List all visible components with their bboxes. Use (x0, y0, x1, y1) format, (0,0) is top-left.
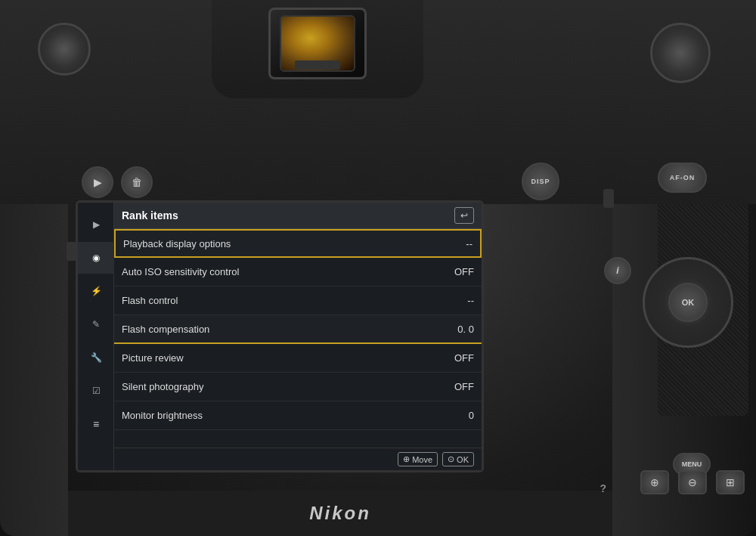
delete-button[interactable]: 🗑 (121, 166, 153, 198)
menu-item-auto-iso[interactable]: Auto ISO sensitivity control OFF (114, 258, 482, 287)
zoom-out-button[interactable]: ⊖ (678, 470, 707, 494)
af-on-button[interactable]: AF-ON (658, 163, 707, 193)
menu-items-list: Playback display options -- Auto ISO sen… (114, 229, 482, 448)
menu-item-label: Picture review (122, 352, 184, 364)
sidebar-icon-pencil: ✎ (78, 308, 114, 340)
menu-item-silent-photography[interactable]: Silent photography OFF (114, 373, 482, 401)
nav-wheel[interactable]: OK (643, 257, 733, 348)
right-command-dial[interactable] (650, 23, 711, 83)
menu-item-flash-control[interactable]: Flash control -- (114, 287, 482, 315)
sidebar-icon-video: ⚡ (78, 275, 114, 307)
menu-footer: ⊕ Move ⊙ OK (114, 448, 482, 470)
menu-item-label: Monitor brightness (122, 410, 203, 421)
menu-item-value: 0 (469, 410, 474, 421)
zoom-in-button[interactable]: ⊕ (640, 470, 669, 494)
menu-item-label: Playback display options (123, 238, 231, 249)
sidebar-icon-recent: ≡ (78, 408, 114, 440)
sidebar-icon-wrench: 🔧 (78, 342, 114, 373)
i-button-label: i (616, 265, 618, 276)
ok-circle-icon: ⊙ (448, 454, 454, 464)
menu-sidebar: ▶ ◉ ⚡ ✎ 🔧 ☑ ≡ (78, 203, 114, 470)
menu-item-value: OFF (454, 352, 474, 364)
lcd-screen-area: ▶ ◉ ⚡ ✎ 🔧 ☑ ≡ (76, 200, 484, 472)
menu-item-value: -- (467, 295, 474, 306)
menu-header: Rank items ↩ (114, 203, 482, 229)
menu-item-label: Auto ISO sensitivity control (122, 266, 239, 277)
menu-item-playback-display[interactable]: Playback display options -- (114, 229, 482, 258)
i-button[interactable]: i (604, 257, 631, 284)
viewfinder-hump (212, 0, 423, 98)
menu-item-picture-review[interactable]: Picture review OFF (114, 344, 482, 373)
back-icon: ↩ (460, 210, 468, 221)
move-icon: ⊕ (403, 454, 410, 464)
back-button[interactable]: ↩ (454, 207, 474, 224)
grid-button[interactable]: ⊞ (716, 470, 745, 494)
menu-item-value: OFF (454, 266, 474, 277)
menu-item-label: Silent photography (122, 381, 203, 392)
ok-hint: ⊙ OK (442, 452, 474, 466)
nav-outer-ring[interactable]: OK (643, 257, 733, 348)
menu-item-value: OFF (454, 381, 474, 392)
menu-button-label: MENU (682, 460, 702, 468)
ok-label: OK (457, 455, 469, 464)
help-indicator: ? (600, 482, 606, 494)
ok-button[interactable]: OK (668, 283, 708, 322)
ok-button-label: OK (682, 298, 695, 307)
disp-button[interactable]: DISP (522, 163, 559, 200)
menu-item-value: -- (466, 238, 472, 249)
sidebar-icon-playback: ▶ (78, 209, 114, 240)
camera-body: ▶ 🗑 DISP AF-ON ▶ ◉ ⚡ ✎ (0, 0, 756, 536)
move-hint: ⊕ Move (398, 452, 438, 466)
lcd-screen: ▶ ◉ ⚡ ✎ 🔧 ☑ ≡ (78, 203, 482, 470)
bottom-icon-buttons: ⊕ ⊖ ⊞ (640, 470, 745, 494)
menu-item-value: 0. 0 (457, 324, 474, 335)
menu-title: Rank items (122, 209, 178, 222)
left-mode-dial[interactable] (38, 23, 91, 76)
menu-content: Rank items ↩ Playback display options --… (114, 203, 482, 470)
af-on-label: AF-ON (670, 174, 696, 181)
playback-button[interactable]: ▶ (82, 166, 113, 198)
menu-item-label: Flash compensation (122, 324, 209, 335)
move-label: Move (412, 455, 432, 464)
menu-item-flash-compensation[interactable]: Flash compensation 0. 0 (114, 315, 482, 344)
question-mark-label: ? (600, 482, 606, 494)
menu-item-monitor-brightness[interactable]: Monitor brightness 0 (114, 401, 482, 430)
sidebar-icon-custom: ☑ (78, 375, 114, 407)
menu-item-label: Flash control (122, 295, 178, 306)
brand-logo: Nikon (309, 503, 371, 524)
disp-label: DISP (531, 178, 550, 185)
sidebar-icon-camera: ◉ (78, 242, 114, 274)
camera-bottom: Nikon (68, 491, 612, 536)
hot-shoe (295, 60, 340, 70)
strap-lug-right (603, 189, 614, 208)
